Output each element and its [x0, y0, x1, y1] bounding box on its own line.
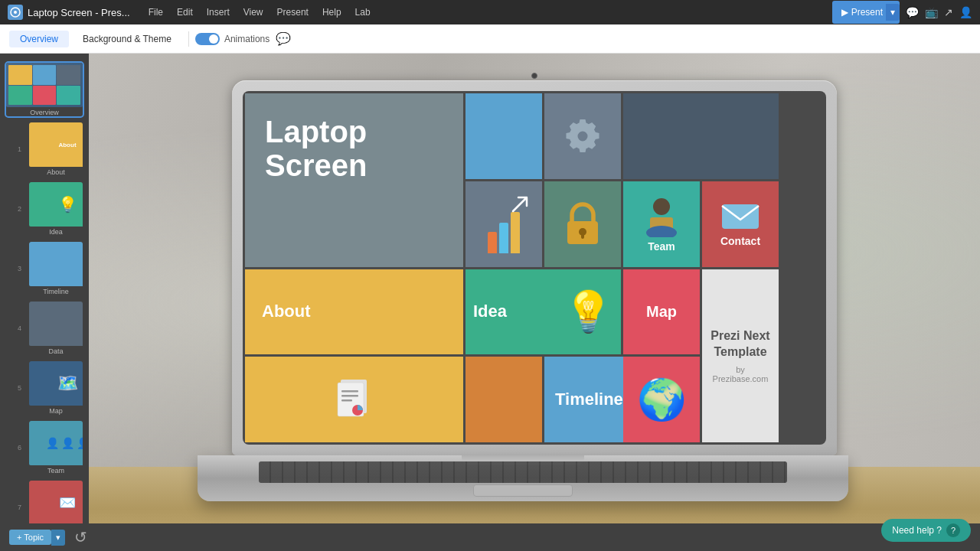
content-area: LaptopScreenTeamContactAboutIdea💡MapPrez…	[89, 54, 980, 551]
present-dropdown-icon[interactable]: ▾	[886, 4, 900, 21]
slide-item-timeline[interactable]: Timeline	[29, 242, 83, 295]
slide-item-about[interactable]: About About	[29, 122, 83, 176]
slide-thumb-data	[29, 302, 83, 346]
slide-item-team[interactable]: 👤👤👤 Team	[29, 421, 83, 474]
help-button[interactable]: Need help ? ?	[881, 519, 971, 542]
menu-edit[interactable]: Edit	[171, 5, 199, 19]
present-label: Present	[851, 7, 883, 18]
slide-label-idea: Idea	[29, 228, 83, 236]
svg-rect-14	[341, 399, 352, 402]
tile-chart[interactable]	[466, 181, 542, 267]
slide-thumb-overview	[6, 63, 83, 107]
tile-dark-top[interactable]	[623, 93, 779, 179]
tile-about[interactable]: About	[245, 269, 463, 355]
animations-switch[interactable]	[195, 33, 220, 45]
keyboard	[259, 461, 787, 483]
cast-icon[interactable]: 📺	[925, 6, 938, 18]
slide-row-6: 6 👤👤👤 Team	[0, 418, 89, 478]
menu-view[interactable]: View	[237, 5, 270, 19]
navigate-back-icon[interactable]: ↺	[74, 528, 87, 546]
help-circle-icon: ?	[946, 523, 960, 537]
app-logo: Laptop Screen - Pres...	[8, 5, 130, 20]
slide-row-2: 2 💡 Idea	[0, 179, 89, 239]
slide-row-3: 3 Timeline	[0, 239, 89, 298]
help-label: Need help ?	[892, 525, 942, 536]
slide-number-5: 5	[14, 384, 21, 392]
menu-insert[interactable]: Insert	[201, 5, 236, 19]
trackpad	[473, 484, 573, 497]
toolbar-divider	[188, 31, 189, 47]
laptop-screen-outer: LaptopScreenTeamContactAboutIdea💡MapPrez…	[232, 80, 837, 455]
slide-number-7: 7	[14, 504, 21, 511]
thumb-about-text: About	[58, 142, 76, 148]
slide-label-about: About	[29, 168, 83, 176]
laptop-wrapper: LaptopScreenTeamContactAboutIdea💡MapPrez…	[220, 80, 848, 501]
toolbar: Overview Background & Theme Animations 💬	[0, 24, 980, 54]
top-menu-bar: Laptop Screen - Pres... File Edit Insert…	[0, 0, 980, 24]
slide-thumb-team: 👤👤👤	[29, 421, 83, 465]
slide-item-map[interactable]: 🗺️ Map	[29, 361, 83, 415]
slide-number-1: 1	[14, 145, 21, 153]
tile-mail-contact[interactable]: Contact	[702, 181, 779, 267]
tile-map[interactable]: Map	[623, 269, 700, 355]
slide-thumb-contact: ✉️	[29, 481, 83, 525]
menu-present[interactable]: Present	[271, 5, 315, 19]
add-topic-label: + Topic	[17, 533, 44, 542]
slide-number-2: 2	[14, 205, 21, 213]
animations-label: Animations	[224, 34, 270, 44]
app-title: Laptop Screen - Pres...	[28, 7, 130, 18]
slide-label-data: Data	[29, 347, 83, 355]
share-icon[interactable]: ↗	[944, 6, 953, 18]
menu-help[interactable]: Help	[316, 5, 348, 19]
slide-item-data[interactable]: Data	[29, 302, 83, 355]
laptop-base	[198, 455, 848, 501]
svg-rect-5	[581, 233, 584, 239]
slide-number-3: 3	[14, 265, 21, 272]
tab-background-theme[interactable]: Background & Theme	[72, 31, 182, 47]
bottombar: + Topic ▾ ↺	[0, 523, 980, 551]
tile-title[interactable]: LaptopScreen	[245, 93, 463, 267]
slide-label-overview: Overview	[6, 109, 83, 116]
toolbar-comment-icon[interactable]: 💬	[276, 31, 291, 46]
menu-file[interactable]: File	[142, 5, 169, 19]
present-play-icon: ▶	[841, 7, 848, 18]
menu-bar: File Edit Insert View Present Help Lab	[142, 5, 377, 19]
topic-dropdown-arrow[interactable]: ▾	[51, 530, 65, 546]
slide-thumb-map: 🗺️	[29, 361, 83, 406]
slide-thumb-about: About	[29, 122, 83, 167]
svg-rect-9	[722, 204, 759, 229]
tile-orange[interactable]	[466, 357, 542, 442]
presentation-grid: LaptopScreenTeamContactAboutIdea💡MapPrez…	[243, 91, 826, 445]
laptop-screen: LaptopScreenTeamContactAboutIdea💡MapPrez…	[243, 91, 826, 445]
svg-rect-13	[341, 395, 358, 397]
add-topic-button[interactable]: + Topic	[9, 530, 51, 545]
tile-globe[interactable]: 🌍	[623, 357, 700, 442]
tile-prezi[interactable]: Prezi NextTemplateby Prezibase.com	[702, 269, 779, 443]
tile-document[interactable]	[245, 357, 463, 442]
tile-idea[interactable]: Idea💡	[466, 269, 621, 355]
svg-point-1	[14, 11, 17, 14]
slide-number-6: 6	[14, 444, 21, 452]
slide-row-5: 5 🗺️ Map	[0, 358, 89, 418]
menu-lab[interactable]: Lab	[349, 5, 377, 19]
present-button[interactable]: ▶ Present ▾	[832, 1, 900, 24]
slide-item-overview[interactable]: Overview	[6, 63, 83, 116]
tile-blue[interactable]	[466, 93, 542, 179]
tile-gear[interactable]	[544, 93, 621, 179]
slide-label-timeline: Timeline	[29, 288, 83, 295]
account-icon[interactable]: 👤	[959, 6, 972, 18]
app-logo-icon	[8, 5, 23, 20]
sidebar: Overview 1 About About 2 💡 Idea 3	[0, 54, 89, 551]
animations-toggle: Animations	[195, 33, 270, 45]
slide-thumb-idea: 💡	[29, 182, 83, 227]
tile-lock[interactable]	[544, 181, 621, 267]
slide-item-idea[interactable]: 💡 Idea	[29, 182, 83, 236]
tab-overview[interactable]: Overview	[9, 31, 69, 47]
tile-person-team[interactable]: Team	[623, 181, 700, 267]
topbar-right: ▶ Present ▾ 💬 📺 ↗ 👤	[832, 1, 972, 24]
slide-thumb-timeline	[29, 242, 83, 286]
slide-label-map: Map	[29, 407, 83, 415]
comment-icon[interactable]: 💬	[906, 6, 919, 18]
slide-row-4: 4 Data	[0, 298, 89, 358]
svg-point-6	[653, 198, 670, 215]
